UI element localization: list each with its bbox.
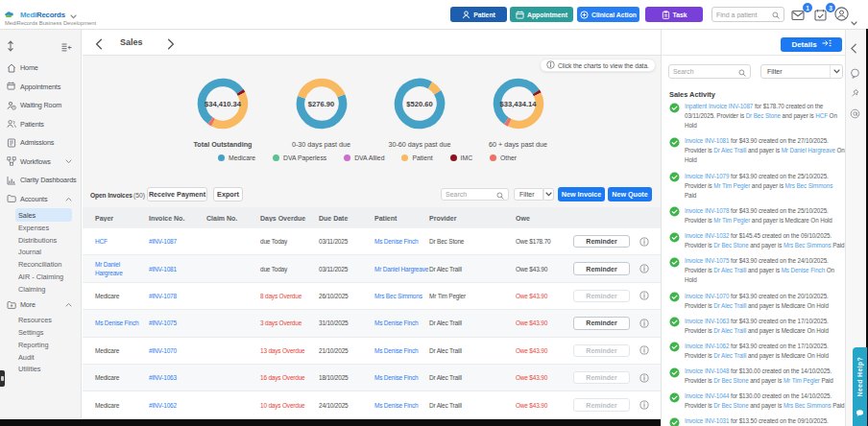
activity-payer-link[interactable]: Mr Daniel Hargreave [782,147,835,154]
collapse-sidebar-icon[interactable] [61,38,72,56]
column-header-provider[interactable]: Provider [429,215,516,222]
appointment-button[interactable]: Appointment [510,7,573,22]
cell-inv[interactable]: #INV-1078 [149,292,206,300]
sidebar-subitem-sales[interactable]: Sales [15,208,72,222]
patient-button[interactable]: Patient [450,7,507,22]
activity-invoice-link[interactable]: Invoice INV-1044 [685,392,729,399]
cell-inv[interactable]: #INV-1081 [149,265,206,273]
reminder-button[interactable]: Reminder [573,317,630,330]
sidebar-item-appointments[interactable]: Appointments [0,78,81,97]
cell-inv[interactable]: #INV-1075 [149,319,206,327]
cell-pat[interactable]: Ms Denise Finch [374,237,429,246]
column-header-days-overdue[interactable]: Days Overdue [260,215,319,222]
invoices-filter-dropdown[interactable]: Filter [514,188,543,201]
cell-pat[interactable]: Mr Daniel Hargreave [374,265,429,273]
reminder-button[interactable]: Reminder [573,262,630,275]
row-info-icon[interactable] [639,400,649,410]
need-help-tab[interactable]: Need Help? [853,347,867,426]
sidebar-item-accounts[interactable]: Accounts [0,190,81,209]
sidebar-subitem-reporting[interactable]: Reporting [0,339,81,351]
row-info-icon[interactable] [639,237,649,247]
donut-chart-4[interactable]: $33,434.14 [493,78,544,130]
sidebar-subitem-journal[interactable]: Journal [0,247,81,259]
activity-provider-link[interactable]: Dr Alec Traill [713,267,746,273]
activity-invoice-link[interactable]: Invoice INV-1063 [685,318,729,324]
export-button[interactable]: Export [213,187,243,201]
column-header-owe[interactable]: Owe [516,215,573,222]
reorder-updown-icon[interactable] [7,38,14,56]
column-header-payer[interactable]: Payer [83,215,149,222]
task-button[interactable]: Task [645,7,703,22]
cell-inv[interactable]: #INV-1087 [149,237,206,246]
sidebar-subitem-claiming[interactable]: Claiming [0,283,81,296]
column-header-invoice-no-[interactable]: Invoice No. [149,215,206,222]
activity-invoice-link[interactable]: Invoice INV-1075 [685,257,729,264]
cell-pat[interactable]: Ms Denise Finch [374,373,429,382]
activity-search-input[interactable] [673,68,738,75]
invoices-search[interactable] [441,188,509,201]
forward-chevron-icon[interactable] [167,36,175,54]
clinical-action-button[interactable]: Clinical Action [577,7,639,22]
messages-icon[interactable]: 1 [791,8,807,23]
column-header-due-date[interactable]: Due Date [319,215,374,222]
collapse-panel-chevron-icon[interactable] [850,40,862,53]
activity-search[interactable] [668,64,751,79]
sidebar-subitem-expenses[interactable]: Expenses [0,222,81,234]
receive-payment-button[interactable]: Receive Payment [147,187,207,201]
activity-provider-link[interactable]: Dr Alec Traill [713,327,746,334]
activity-invoice-link[interactable]: Invoice INV-1062 [685,343,729,349]
activity-provider-link[interactable]: Mr Tim Pegler [713,217,750,224]
sidebar-subitem-air-claiming[interactable]: AIR - Claiming [0,271,81,283]
details-button[interactable]: Details [781,37,842,52]
find-patient-input[interactable] [716,12,772,18]
activity-payer-link[interactable]: Ms Denise Finch [782,267,825,273]
row-info-icon[interactable] [639,373,649,383]
activity-provider-link[interactable]: Dr Bec Stone [713,377,748,384]
mention-at-icon[interactable] [850,106,862,118]
column-header-claim-no-[interactable]: Claim No. [206,215,260,222]
cell-pat[interactable]: Ms Denise Finch [374,346,429,355]
activity-invoice-link[interactable]: Invoice INV-1078 [685,207,729,214]
row-info-icon[interactable] [639,264,649,273]
activity-payer-link[interactable]: Mrs Bec Simmons [785,182,833,189]
new-quote-button[interactable]: New Quote [608,187,652,201]
row-info-icon[interactable] [639,319,649,328]
sidebar-subitem-settings[interactable]: Settings [0,326,81,339]
back-chevron-icon[interactable] [95,36,103,54]
activity-filter-dropdown[interactable]: Filter [760,64,843,79]
activity-payer-link[interactable]: HCF [815,112,828,119]
activity-provider-link[interactable]: Dr Bec Stone [713,242,748,248]
activity-provider-link[interactable]: Mr Tim Pegler [713,182,750,189]
sidebar-item-clarity-dashboards[interactable]: Clarity Dashboards [0,171,81,190]
activity-invoice-link[interactable]: Invoice INV-1032 [685,232,729,239]
activity-payer-link[interactable]: Mr Tim Pegler [784,377,820,384]
activity-invoice-link[interactable]: Invoice INV-1079 [685,173,729,179]
sidebar-subitem-audit[interactable]: Audit [0,351,81,364]
sidebar-item-more[interactable]: More [0,296,81,315]
activity-invoice-link[interactable]: Inpatient Invoice INV-1087 [685,103,753,109]
activity-payer-link[interactable]: Mrs Bec Simmons [784,402,832,409]
activity-invoice-link[interactable]: Invoice INV-1081 [685,137,729,144]
activity-provider-link[interactable]: Dr Alec Traill [713,352,746,359]
donut-chart-1[interactable]: $34,410.34 [197,78,249,130]
activity-invoice-link[interactable]: Invoice INV-1070 [685,293,729,299]
tasks-icon[interactable]: 3 [814,8,830,23]
cell-payer[interactable]: Ms Denise Finch [83,319,149,327]
pin-icon[interactable] [850,85,862,98]
row-info-icon[interactable] [639,345,649,355]
activity-provider-link[interactable]: Dr Alec Traill [713,302,746,309]
donut-chart-3[interactable]: $520.60 [394,78,446,130]
cell-inv[interactable]: #INV-1063 [149,373,206,382]
activity-payer-link[interactable]: Mrs Bec Simmons [784,242,832,248]
activity-provider-link[interactable]: Dr Alec Traill [713,147,746,154]
invoices-filter-chevron[interactable] [543,188,554,201]
cell-inv[interactable]: #INV-1062 [149,401,206,410]
sidebar-item-workflows[interactable]: Workflows [0,153,81,172]
account-chevron-down-icon[interactable] [851,12,857,30]
new-invoice-button[interactable]: New Invoice [558,187,605,201]
row-info-icon[interactable] [639,291,649,300]
find-patient-search[interactable] [711,7,784,22]
cell-pat[interactable]: Ms Denise Finch [374,319,429,327]
sidebar-subitem-resources[interactable]: Resources [0,314,81,326]
sidebar-item-admissions[interactable]: Admissions [0,133,81,153]
